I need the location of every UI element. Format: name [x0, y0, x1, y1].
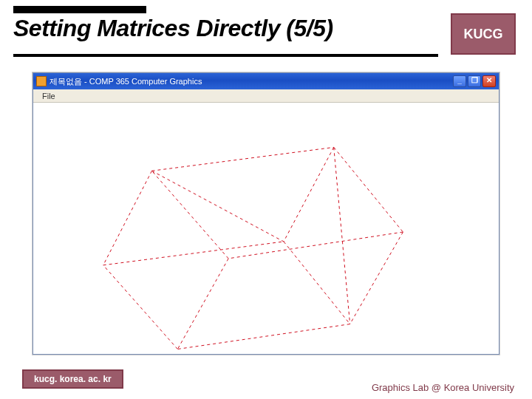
wire-edge: [103, 242, 284, 265]
wire-edge: [103, 265, 178, 349]
wire-edge: [334, 147, 350, 324]
wire-edge: [177, 324, 349, 349]
title-underline: [13, 54, 438, 57]
menubar: File: [33, 89, 499, 103]
canvas-area: [33, 103, 499, 354]
logo-box: KUCG: [451, 13, 516, 55]
maximize-button[interactable]: ❐: [468, 75, 481, 87]
footer-credit: Graphics Lab @ Korea University: [372, 382, 514, 393]
wire-edge: [103, 171, 152, 265]
wire-edge: [151, 147, 333, 171]
wire-edge: [284, 242, 350, 324]
app-window: 제목없음 - COMP 365 Computer Graphics _ ❐ ✕ …: [33, 72, 499, 355]
app-icon: [36, 76, 47, 86]
menu-file[interactable]: File: [38, 91, 60, 101]
wire-edge: [334, 147, 403, 232]
top-accent-bar: [13, 6, 146, 13]
wire-edge: [177, 259, 228, 349]
slide-title: Setting Matrices Directly (5/5): [13, 15, 333, 42]
window-title: 제목없음 - COMP 365 Computer Graphics: [50, 76, 453, 87]
slide: Setting Matrices Directly (5/5) KUCG 제목없…: [0, 0, 532, 399]
wire-edge: [284, 147, 334, 242]
window-titlebar[interactable]: 제목없음 - COMP 365 Computer Graphics _ ❐ ✕: [33, 73, 499, 89]
window-controls: _ ❐ ✕: [453, 75, 496, 87]
close-button[interactable]: ✕: [482, 75, 496, 87]
footer-url-tab: kucg. korea. ac. kr: [22, 369, 123, 389]
title-row: Setting Matrices Directly (5/5): [13, 15, 519, 42]
minimize-button[interactable]: _: [453, 75, 466, 87]
wire-edge: [151, 171, 283, 242]
wire-edge: [350, 232, 403, 324]
wireframe-svg: [33, 103, 499, 354]
wire-edge: [151, 171, 228, 259]
wire-edge: [228, 232, 403, 259]
